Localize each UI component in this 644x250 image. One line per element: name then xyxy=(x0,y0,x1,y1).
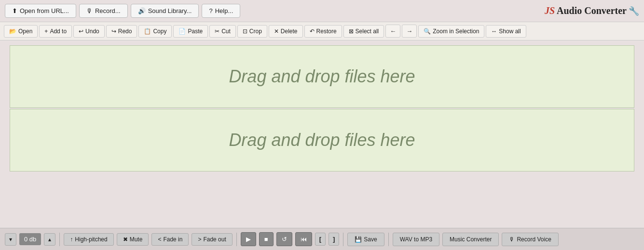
loop-icon: ↺ xyxy=(282,236,287,243)
rewind-button[interactable]: ⏮ xyxy=(295,232,312,246)
drop-area-container: Drag and drop files here Drag and drop f… xyxy=(0,40,644,176)
logo-main: Audio Converter xyxy=(557,5,627,16)
app-logo: JS Audio Converter 🔧 xyxy=(545,5,639,16)
mute-label: Mute xyxy=(130,236,143,243)
mute-icon: ✖ xyxy=(123,236,128,243)
open-button[interactable]: 📂 Open xyxy=(4,25,38,38)
show-all-button[interactable]: ↔ Show all xyxy=(486,25,526,38)
divider-1 xyxy=(59,233,60,246)
delete-label: Delete xyxy=(281,28,298,35)
select-all-label: Select all xyxy=(356,28,379,35)
record-voice-icon: 🎙 xyxy=(509,236,515,243)
drop-area-1-text: Drag and drop files here xyxy=(229,66,415,87)
show-all-label: Show all xyxy=(499,28,521,35)
show-all-icon: ↔ xyxy=(491,28,497,35)
mute-button[interactable]: ✖ Mute xyxy=(117,233,149,246)
fade-in-button[interactable]: < Fade in xyxy=(151,233,189,246)
high-pitched-label: High-pitched xyxy=(75,236,107,243)
paste-icon: 📄 xyxy=(178,28,186,35)
undo-icon: ↩ xyxy=(79,28,83,35)
open-label: Open xyxy=(18,28,32,35)
paste-label: Paste xyxy=(188,28,203,35)
music-converter-button[interactable]: Music Converter xyxy=(442,233,499,246)
sound-library-button[interactable]: 🔊 Sound Library... xyxy=(131,4,199,18)
music-converter-label: Music Converter xyxy=(450,236,492,243)
arrow-left-label: ← xyxy=(390,27,396,35)
wav-to-mp3-button[interactable]: WAV to MP3 xyxy=(393,233,439,246)
open-url-icon: ⬆ xyxy=(12,7,17,14)
zoom-in-selection-label: Zoom in Selection xyxy=(433,28,479,35)
logo-icon: 🔧 xyxy=(629,6,639,16)
divider-2 xyxy=(236,233,237,246)
bracket-left-button[interactable]: [ xyxy=(315,233,326,246)
fade-out-label: Fade out xyxy=(203,236,226,243)
high-pitched-icon: ↑ xyxy=(70,236,73,243)
drop-area-1[interactable]: Drag and drop files here xyxy=(10,45,634,108)
arrow-right-button[interactable]: → xyxy=(402,25,417,38)
crop-icon: ⊡ xyxy=(243,28,247,35)
crop-button[interactable]: ⊡ Crop xyxy=(237,25,267,38)
open-icon: 📂 xyxy=(9,28,16,35)
record-icon: 🎙 xyxy=(86,7,93,14)
cut-icon: ✂ xyxy=(215,28,219,35)
divider-3 xyxy=(343,233,343,246)
paste-button[interactable]: 📄 Paste xyxy=(173,25,208,38)
copy-icon: 📋 xyxy=(144,28,151,35)
drop-area-2[interactable]: Drag and drop files here xyxy=(10,109,634,171)
fade-out-button[interactable]: > Fade out xyxy=(192,233,232,246)
open-url-label: Open from URL... xyxy=(20,7,69,14)
arrow-left-button[interactable]: ← xyxy=(385,25,400,38)
volume-up-icon: ▴ xyxy=(48,236,51,243)
loop-button[interactable]: ↺ xyxy=(276,232,292,246)
zoom-icon: 🔍 xyxy=(424,28,431,35)
volume-display: 0 db xyxy=(19,233,41,245)
record-voice-button[interactable]: 🎙 Record Voice xyxy=(502,233,558,246)
play-icon: ▶ xyxy=(246,236,251,243)
fade-in-icon: < xyxy=(158,236,161,243)
add-to-label: Add to xyxy=(50,28,67,35)
redo-button[interactable]: ↪ Redo xyxy=(106,25,137,38)
fade-out-icon: > xyxy=(198,236,201,243)
save-icon: 💾 xyxy=(355,236,362,243)
restore-icon: ↶ xyxy=(310,28,315,35)
cut-button[interactable]: ✂ Cut xyxy=(209,25,236,38)
drop-area-2-text: Drag and drop files here xyxy=(229,130,415,150)
help-label: Help... xyxy=(215,7,233,14)
bracket-right-button[interactable]: ] xyxy=(329,233,339,246)
undo-label: Undo xyxy=(85,28,99,35)
wav-to-mp3-label: WAV to MP3 xyxy=(400,236,432,243)
copy-button[interactable]: 📋 Copy xyxy=(138,25,172,38)
volume-down-button[interactable]: ▾ xyxy=(5,233,16,246)
divider-4 xyxy=(388,233,389,246)
sound-library-label: Sound Library... xyxy=(148,7,192,14)
delete-icon: ✕ xyxy=(274,28,279,35)
high-pitched-button[interactable]: ↑ High-pitched xyxy=(64,233,113,246)
zoom-in-selection-button[interactable]: 🔍 Zoom in Selection xyxy=(418,25,484,38)
restore-button[interactable]: ↶ Restore xyxy=(304,25,342,38)
crop-label: Crop xyxy=(249,28,262,35)
arrow-right-label: → xyxy=(406,27,412,35)
help-icon: ? xyxy=(209,7,212,14)
stop-button[interactable]: ■ xyxy=(259,232,274,246)
undo-button[interactable]: ↩ Undo xyxy=(73,25,105,38)
open-from-url-button[interactable]: ⬆ Open from URL... xyxy=(5,4,76,18)
volume-up-button[interactable]: ▴ xyxy=(44,233,55,246)
save-button[interactable]: 💾 Save xyxy=(347,233,384,246)
copy-label: Copy xyxy=(153,28,166,35)
help-button[interactable]: ? Help... xyxy=(202,4,240,18)
volume-value: 0 db xyxy=(24,236,36,243)
stop-icon: ■ xyxy=(264,236,268,243)
logo-js: JS xyxy=(545,5,555,16)
bottom-toolbar: ▾ 0 db ▴ ↑ High-pitched ✖ Mute < Fade in… xyxy=(0,228,644,250)
record-button[interactable]: 🎙 Record... xyxy=(79,4,128,18)
fade-in-label: Fade in xyxy=(163,236,182,243)
add-to-icon: + xyxy=(44,28,48,35)
add-to-button[interactable]: + Add to xyxy=(39,25,72,38)
save-label: Save xyxy=(364,236,377,243)
cut-label: Cut xyxy=(221,28,231,35)
delete-button[interactable]: ✕ Delete xyxy=(269,25,303,38)
select-all-button[interactable]: ⊠ Select all xyxy=(343,25,384,38)
play-button[interactable]: ▶ xyxy=(241,232,256,246)
rewind-icon: ⏮ xyxy=(301,236,307,243)
top-toolbar: ⬆ Open from URL... 🎙 Record... 🔊 Sound L… xyxy=(0,0,644,22)
